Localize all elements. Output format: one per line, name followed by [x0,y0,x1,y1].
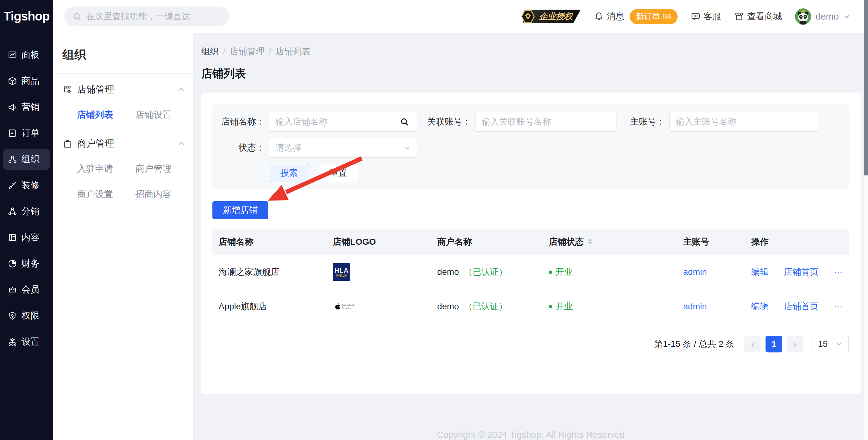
sort-icon[interactable] [588,239,592,245]
submenu-item-shop-list[interactable]: 店铺列表 [77,102,135,128]
edit-link[interactable]: 编辑 [751,301,769,312]
search-icon [72,12,82,21]
breadcrumb-item[interactable]: 店铺管理 [230,45,265,58]
reset-button[interactable]: 重置 [318,164,359,182]
gear-tree-icon [7,337,18,347]
filter-row-2: 状态： 请选择 [212,138,849,158]
current-page-button[interactable]: 1 [766,336,782,352]
pagination: 第1-15 条 / 总共 2 条 ‹ 1 › 15 [212,335,849,353]
crown-icon [7,285,18,295]
megaphone-icon [7,102,18,112]
sidebar-item-settings[interactable]: 设置 [3,331,50,352]
more-actions-button[interactable]: ··· [834,267,842,277]
search-button[interactable]: 搜索 [269,164,309,182]
sidebar-item-goods[interactable]: 商品 [3,70,50,92]
column-header-shop-status[interactable]: 店铺状态 [542,236,677,248]
share-nodes-icon [7,207,18,216]
shop-home-link[interactable]: 店铺首页 [784,301,818,312]
sidebar-item-organization[interactable]: 组织 [3,149,50,170]
sidebar-item-members[interactable]: 会员 [3,279,50,300]
column-header-actions: 操作 [745,236,849,248]
page-size-select[interactable]: 15 [812,335,849,353]
cell-status: 开业 [542,266,677,278]
sidebar-item-distribution[interactable]: 分销 [3,201,50,222]
primary-sidebar: Tigshop 面板 商品 营销 订单 组织 [0,0,53,440]
sidebar-item-finance[interactable]: 财务 [3,253,50,274]
shop-name-label: 店铺名称： [212,116,269,128]
filter-row-1: 店铺名称： 关联账号： 主账号： [212,112,849,132]
main-account-input[interactable] [669,112,818,132]
shop-name-input[interactable] [269,112,391,131]
breadcrumb: 组织 / 店铺管理 / 店铺列表 [201,45,861,58]
gold-hexagon-icon [521,9,535,24]
cell-shop-name: 海澜之家旗舰店 [212,266,327,278]
breadcrumb-item: 店铺列表 [276,45,311,58]
user-name: demo [815,11,839,22]
main-account-link[interactable]: admin [683,302,707,311]
cell-shop-logo: HLA 海澜之家 [327,263,431,281]
license-badge[interactable]: 企业授权 [523,9,581,24]
sidebar-item-permissions[interactable]: 权限 [3,305,50,326]
next-page-button[interactable]: › [787,336,803,352]
page-title: 店铺列表 [201,66,861,81]
user-menu[interactable]: demo [795,8,850,25]
scrollbar-track[interactable] [864,0,868,440]
chat-bubble-icon [691,11,701,22]
linked-account-label: 关联账号： [417,116,475,128]
apple-icon [335,303,341,310]
cell-shop-name: Apple旗舰店 [212,301,327,312]
sidebar-item-marketing[interactable]: 营销 [3,97,50,118]
global-search[interactable] [64,6,229,26]
topbar-actions: 企业授权 消息 新订单 94 客服 [523,8,850,25]
sidebar-item-label: 内容 [22,231,39,244]
prev-page-button[interactable]: ‹ [744,336,761,352]
status-dot [549,305,552,308]
messages-button[interactable]: 消息 [594,10,624,22]
submenu-item-merchant-management[interactable]: 商户管理 [135,156,186,182]
app-root: Tigshop 面板 商品 营销 订单 组织 [0,0,868,440]
submenu-item-investment-content[interactable]: 招商内容 [135,182,186,207]
hla-logo: HLA 海澜之家 [333,263,350,281]
column-header-shop-name: 店铺名称 [212,236,327,248]
scrollbar-thumb[interactable] [864,0,868,176]
new-order-badge[interactable]: 新订单 94 [630,9,678,24]
submenu-head-shop-management[interactable]: 店铺管理 [62,77,186,102]
filter-row-3: 搜索 重置 [212,164,849,182]
support-button[interactable]: 客服 [691,10,721,22]
view-mall-button[interactable]: 查看商城 [734,10,782,22]
submenu-item-merchant-settings[interactable]: 商户设置 [77,182,135,207]
more-actions-button[interactable]: ··· [834,302,842,311]
sidebar-item-content[interactable]: 内容 [3,227,50,248]
linked-account-input[interactable] [475,112,616,132]
edit-link[interactable]: 编辑 [751,266,769,278]
shop-name-input-group [269,112,417,132]
breadcrumb-item[interactable]: 组织 [201,45,219,58]
topbar: 企业授权 消息 新订单 94 客服 [53,0,868,33]
sidebar-item-decoration[interactable]: 装修 [3,175,50,196]
column-header-merchant-name: 商户名称 [431,236,543,248]
pie-chart-icon [7,259,18,269]
global-search-input[interactable] [86,11,216,22]
pagination-summary: 第1-15 条 / 总共 2 条 [654,338,735,350]
status-select[interactable]: 请选择 [269,138,417,158]
storefront-icon [734,11,744,22]
org-icon [7,154,18,164]
submenu-head-merchant-management[interactable]: 商户管理 [62,131,186,156]
shield-key-icon [7,311,18,321]
page-size-value: 15 [818,339,828,349]
submenu-item-entry-application[interactable]: 入驻申请 [77,156,135,182]
support-label: 客服 [704,10,721,22]
main-content: 组织 / 店铺管理 / 店铺列表 店铺列表 店铺名称： [193,33,868,440]
shop-home-link[interactable]: 店铺首页 [784,266,818,278]
add-shop-button[interactable]: 新增店铺 [212,201,268,219]
column-header-main-account: 主账号 [677,236,745,248]
chevron-down-icon [835,340,843,348]
breadcrumb-separator: / [223,46,225,57]
sidebar-item-orders[interactable]: 订单 [3,123,50,144]
submenu-item-shop-settings[interactable]: 店铺设置 [135,102,186,128]
chevron-down-icon [403,144,411,152]
shop-name-search-button[interactable] [391,112,417,131]
main-account-link[interactable]: admin [683,267,707,277]
view-mall-label: 查看商城 [747,10,782,22]
sidebar-item-dashboard[interactable]: 面板 [3,44,50,65]
